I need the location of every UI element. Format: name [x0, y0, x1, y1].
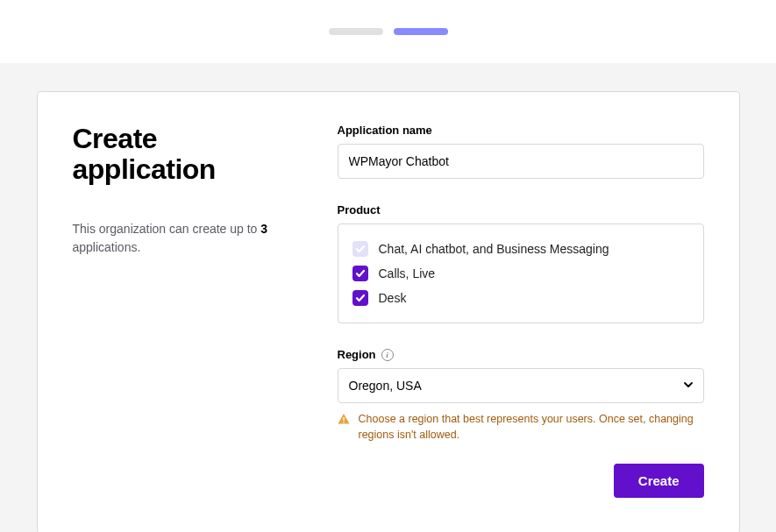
product-option-label: Chat, AI chatbot, and Business Messaging — [379, 242, 609, 256]
create-button[interactable]: Create — [614, 464, 704, 498]
product-option-label: Calls, Live — [379, 266, 436, 280]
checkbox-checked-icon — [352, 290, 368, 306]
application-name-label: Application name — [338, 124, 704, 137]
warning-icon — [338, 413, 350, 443]
product-section: Product Chat, AI chatbot, and Business M… — [338, 203, 704, 323]
progress-step-2-active — [394, 28, 448, 35]
product-option-desk[interactable]: Desk — [352, 286, 689, 310]
product-options-box: Chat, AI chatbot, and Business Messaging… — [338, 223, 704, 323]
checkbox-checked-disabled-icon — [352, 241, 368, 257]
application-name-input[interactable] — [338, 144, 704, 179]
info-icon[interactable]: i — [381, 349, 394, 361]
svg-rect-1 — [343, 422, 344, 422]
region-warning: Choose a region that best represents you… — [338, 412, 704, 443]
region-section: Region i Oregon, USA Choose a region tha — [338, 348, 704, 443]
region-select[interactable]: Oregon, USA — [338, 368, 704, 403]
application-name-section: Application name — [338, 124, 704, 179]
create-application-card: Create application This organization can… — [37, 91, 740, 532]
page-title: Create application — [73, 124, 303, 185]
checkbox-checked-icon — [352, 266, 368, 281]
product-option-calls[interactable]: Calls, Live — [352, 261, 689, 286]
product-option-chat: Chat, AI chatbot, and Business Messaging — [352, 237, 689, 261]
progress-step-1 — [329, 28, 383, 35]
region-label: Region i — [338, 348, 704, 361]
product-option-label: Desk — [379, 291, 407, 305]
svg-rect-0 — [343, 417, 344, 421]
progress-bar — [0, 0, 776, 63]
page-subtitle: This organization can create up to 3 app… — [73, 220, 303, 256]
product-label: Product — [338, 203, 704, 216]
